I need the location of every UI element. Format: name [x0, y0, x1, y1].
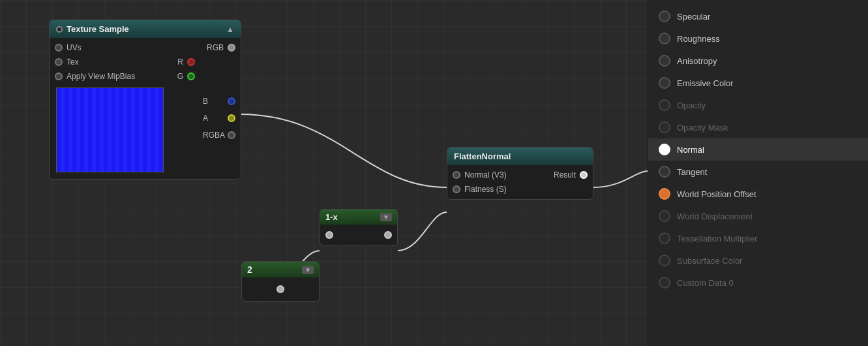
normal-v3-row: Normal (V3) Result [447, 168, 593, 182]
panel-item-anisotropy[interactable]: Anisotropy [648, 50, 868, 72]
tangent-label: Tangent [677, 167, 707, 177]
b-row: B [203, 94, 235, 108]
world-displacement-pin [659, 210, 670, 222]
flatten-normal-body: Normal (V3) Result Flatness (S) [447, 165, 593, 199]
anisotropy-pin [659, 55, 670, 67]
texture-sample-node: Texture Sample ▲ UVs RGB Tex [49, 20, 241, 180]
g-label: G [177, 72, 183, 81]
tex-label: Tex [67, 57, 79, 67]
custom-data-label: Custom Data 0 [677, 278, 734, 288]
oneminusx-ports-row [320, 227, 397, 243]
emissive-label: Emissive Color [677, 78, 734, 88]
tessellation-label: Tessellation Multiplier [677, 234, 758, 244]
r-label: R [177, 57, 183, 67]
r-out-port[interactable] [187, 58, 195, 66]
b-label: B [203, 97, 208, 106]
custom-data-pin [659, 277, 670, 289]
two-header: 2 ▼ [242, 262, 319, 277]
wpo-label: World Position Offset [677, 189, 756, 199]
one-minus-x-title: 1-x [325, 212, 338, 222]
mipbias-label: Apply View MipBias [67, 72, 135, 81]
a-row: A [203, 111, 235, 125]
one-minus-x-header: 1-x ▼ [320, 210, 397, 225]
one-minus-x-body [320, 225, 397, 245]
collapse-arrow[interactable]: ▲ [226, 25, 234, 34]
rgba-row: RGBA [203, 128, 235, 142]
panel-item-world-displacement[interactable]: World Displacement [648, 205, 868, 227]
right-panel: Specular Roughness Anisotropy Emissive C… [648, 0, 868, 346]
one-minus-x-node: 1-x ▼ [320, 209, 398, 246]
header-pin [56, 26, 63, 33]
texture-sample-title: Texture Sample [67, 24, 129, 34]
specular-pin [659, 10, 670, 22]
rgba-out-port[interactable] [228, 131, 235, 139]
roughness-label: Roughness [677, 34, 720, 44]
flatten-normal-title: FlattenNormal [454, 151, 511, 161]
a-out-port[interactable] [228, 114, 235, 122]
panel-item-tessellation[interactable]: Tessellation Multiplier [648, 227, 868, 249]
opacity-mask-pin [659, 121, 670, 133]
panel-item-subsurface[interactable]: Subsurface Color [648, 249, 868, 272]
panel-item-world-position-offset[interactable]: World Position Offset [648, 183, 868, 205]
two-port-row [242, 280, 319, 298]
texture-sample-body: UVs RGB Tex R [50, 38, 241, 179]
normal-v3-in-port[interactable] [453, 171, 460, 179]
normal-label: Normal [677, 145, 704, 155]
two-out-port[interactable] [277, 285, 284, 293]
opacity-pin [659, 99, 670, 111]
normal-pin [659, 144, 670, 155]
panel-item-tangent[interactable]: Tangent [648, 161, 868, 183]
flatness-label: Flatness (S) [464, 185, 507, 194]
two-body [242, 277, 319, 301]
g-out-port[interactable] [187, 72, 195, 80]
tex-in-port[interactable] [55, 58, 63, 66]
two-dropdown[interactable]: ▼ [302, 266, 314, 274]
subsurface-pin [659, 255, 670, 266]
rgba-label: RGBA [203, 131, 225, 140]
subsurface-label: Subsurface Color [677, 256, 742, 266]
flatness-in-port[interactable] [453, 185, 460, 193]
flatten-normal-header: FlattenNormal [447, 148, 593, 165]
oneminusx-in-port[interactable] [325, 231, 333, 239]
uvs-label: UVs [67, 43, 82, 52]
flatten-normal-node: FlattenNormal Normal (V3) Result Flatnes… [447, 147, 593, 200]
panel-item-specular[interactable]: Specular [648, 5, 868, 27]
tangent-pin [659, 166, 670, 178]
rgb-out-port[interactable] [228, 44, 235, 52]
panel-item-normal[interactable]: Normal [648, 138, 868, 161]
two-node: 2 ▼ [241, 261, 320, 302]
rgb-label: RGB [207, 43, 224, 52]
specular-label: Specular [677, 12, 710, 22]
flatness-row: Flatness (S) [447, 182, 593, 197]
opacity-mask-label: Opacity Mask [677, 123, 728, 133]
panel-item-opacity-mask[interactable]: Opacity Mask [648, 116, 868, 138]
two-title: 2 [247, 264, 252, 275]
world-displacement-label: World Displacement [677, 212, 753, 221]
texture-sample-header: Texture Sample ▲ [50, 20, 241, 38]
tex-row: Tex R [50, 55, 200, 69]
mipbias-in-port[interactable] [55, 72, 63, 80]
mipbias-row: Apply View MipBias G [50, 69, 200, 84]
roughness-pin [659, 33, 670, 44]
oneminusx-out-port[interactable] [384, 231, 392, 239]
one-minus-x-dropdown[interactable]: ▼ [380, 213, 392, 221]
panel-item-emissive[interactable]: Emissive Color [648, 72, 868, 94]
a-label: A [203, 114, 208, 123]
panel-item-roughness[interactable]: Roughness [648, 27, 868, 50]
result-label: Result [554, 170, 576, 180]
tessellation-pin [659, 232, 670, 244]
uvs-in-port[interactable] [55, 44, 63, 52]
panel-item-opacity[interactable]: Opacity [648, 94, 868, 116]
normal-v3-label: Normal (V3) [464, 170, 507, 180]
emissive-pin [659, 77, 670, 89]
anisotropy-label: Anisotropy [677, 56, 717, 66]
texture-preview [56, 87, 164, 172]
opacity-label: Opacity [677, 101, 706, 110]
b-out-port[interactable] [228, 97, 235, 105]
panel-item-custom-data[interactable]: Custom Data 0 [648, 272, 868, 294]
uvs-row: UVs RGB [50, 40, 241, 55]
wpo-pin [659, 188, 670, 200]
result-out-port[interactable] [580, 171, 588, 179]
